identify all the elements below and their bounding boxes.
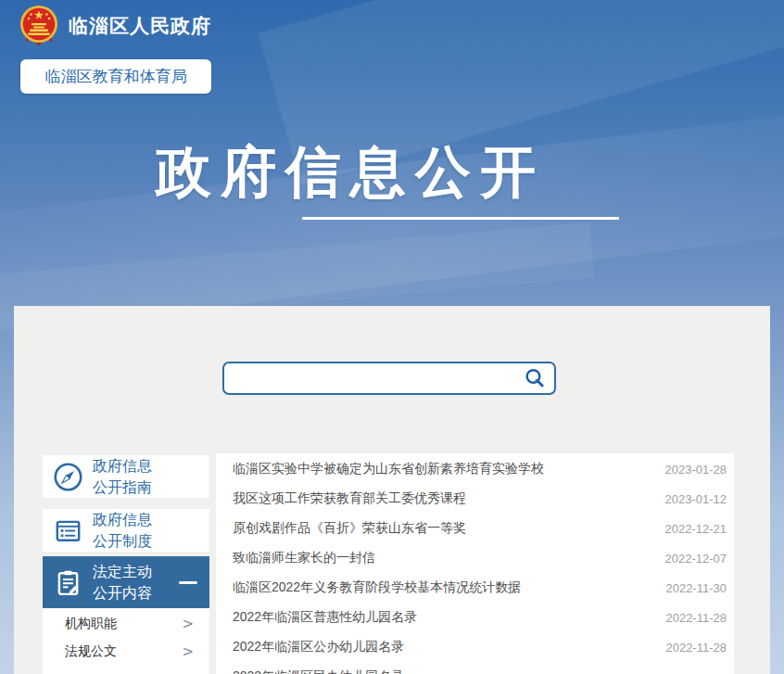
submenu-item-label: 法规公文 (65, 643, 117, 660)
news-date: 2023-01-12 (665, 492, 727, 506)
search-button[interactable] (515, 363, 554, 393)
site-brand[interactable]: 临淄区人民政府 (19, 5, 211, 47)
submenu-item-org-functions[interactable]: 机构职能 > (43, 610, 209, 638)
active-indicator-dash (179, 581, 197, 584)
news-list-item[interactable]: 2022年临淄区普惠性幼儿园名录 2022-11-28 (216, 603, 734, 632)
news-list-item[interactable]: 临淄区实验中学被确定为山东省创新素养培育实验学校 2023-01-28 (216, 454, 734, 484)
document-list-icon (43, 515, 93, 546)
news-title-link[interactable]: 我区这项工作荣获教育部关工委优秀课程 (233, 490, 652, 507)
chevron-right-icon: > (182, 616, 194, 632)
content-panel: 政府信息 公开指南 政府信息 公开制度 (14, 306, 770, 674)
news-date: 2022-12-21 (665, 522, 727, 536)
sidebar-item-gov-info-guide[interactable]: 政府信息 公开指南 (43, 455, 209, 498)
news-date: 2022-11-28 (665, 611, 727, 625)
sidebar-item-gov-info-system[interactable]: 政府信息 公开制度 (43, 509, 209, 552)
news-title-link[interactable]: 2022年临淄区民办幼儿园名录 (233, 668, 714, 674)
sidebar-item-label: 法定主动 公开内容 (93, 561, 152, 604)
submenu-item-label: 机构职能 (65, 616, 117, 632)
news-list-item-partial[interactable]: 2022年临淄区民办幼儿园名录 (216, 662, 734, 674)
search-icon (524, 367, 546, 389)
news-title-link[interactable]: 原创戏剧作品《百折》荣获山东省一等奖 (233, 520, 652, 537)
national-emblem-icon (19, 5, 59, 47)
news-title-link[interactable]: 致临淄师生家长的一封信 (233, 550, 652, 566)
department-badge[interactable]: 临淄区教育和体育局 (20, 59, 211, 94)
news-title-link[interactable]: 2022年临淄区公办幼儿园名录 (233, 639, 652, 655)
sidebar-nav: 政府信息 公开指南 政府信息 公开制度 (43, 455, 209, 674)
news-date: 2023-01-28 (665, 463, 727, 477)
search-input[interactable] (224, 363, 515, 393)
search-box (222, 362, 556, 395)
news-date: 2022-11-28 (665, 641, 727, 655)
news-list-item[interactable]: 致临淄师生家长的一封信 2022-12-07 (216, 543, 734, 573)
clipboard-pencil-icon (43, 567, 93, 598)
title-underline-decoration (302, 217, 619, 220)
sidebar-submenu: 机构职能 > 法规公文 > (43, 608, 209, 674)
news-date: 2022-11-30 (665, 581, 727, 595)
compass-icon (43, 462, 93, 492)
news-list-item[interactable]: 原创戏剧作品《百折》荣获山东省一等奖 2022-12-21 (216, 514, 734, 543)
news-title-link[interactable]: 临淄区2022年义务教育阶段学校基本情况统计数据 (233, 579, 652, 596)
sidebar-item-label: 政府信息 公开制度 (93, 509, 152, 552)
news-list-item[interactable]: 2022年临淄区公办幼儿园名录 2022-11-28 (216, 632, 734, 662)
news-date: 2022-12-07 (665, 552, 727, 566)
news-list: 临淄区实验中学被确定为山东省创新素养培育实验学校 2023-01-28 我区这项… (216, 453, 734, 674)
news-list-item[interactable]: 临淄区2022年义务教育阶段学校基本情况统计数据 2022-11-30 (216, 573, 734, 603)
page-title: 政府信息公开 (156, 135, 545, 210)
page: 临淄区人民政府 临淄区教育和体育局 政府信息公开 (0, 0, 784, 674)
sidebar-item-label: 政府信息 公开指南 (93, 455, 152, 498)
news-list-item[interactable]: 我区这项工作荣获教育部关工委优秀课程 2023-01-12 (216, 484, 734, 514)
chevron-right-icon: > (182, 643, 194, 660)
gov-site-title: 临淄区人民政府 (69, 13, 211, 39)
news-title-link[interactable]: 临淄区实验中学被确定为山东省创新素养培育实验学校 (233, 461, 652, 477)
news-title-link[interactable]: 2022年临淄区普惠性幼儿园名录 (233, 609, 652, 626)
sidebar-item-statutory-disclosure[interactable]: 法定主动 公开内容 (43, 556, 209, 608)
submenu-item-laws-documents[interactable]: 法规公文 > (43, 638, 209, 666)
